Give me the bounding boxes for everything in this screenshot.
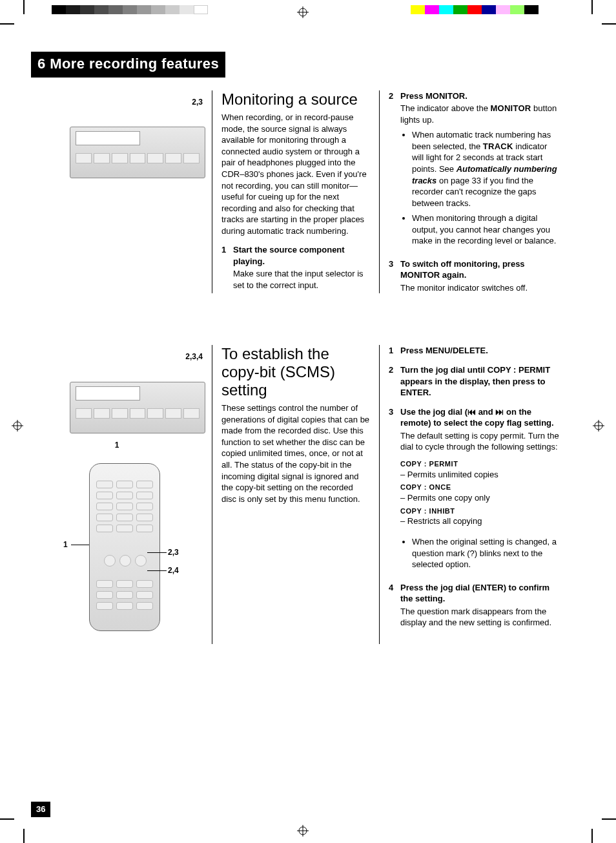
page-content: 6 More recording features 2,3 Monitoring…: [31, 52, 585, 644]
registration-mark-icon: [593, 420, 604, 432]
bullet-item: When automatic track numbering has been …: [412, 129, 560, 209]
step-body: Make sure that the input selector is set…: [233, 268, 370, 291]
remote-callout-right: 2,4: [168, 565, 179, 576]
registration-mark-icon: [297, 6, 309, 18]
step-number: 3: [389, 406, 400, 574]
step-body: The question mark disappears from the di…: [400, 606, 560, 629]
step-number: 1: [389, 345, 400, 357]
copy-option-desc: – Permits unlimited copies: [400, 469, 560, 481]
bullet-item: When the original setting is changed, a …: [412, 536, 560, 570]
figure-callout: 2,3: [31, 97, 203, 107]
copy-option-desc: – Restricts all copying: [400, 515, 560, 527]
crop-mark: [602, 23, 616, 25]
copy-option-desc: – Permits one copy only: [400, 492, 560, 504]
crop-mark: [23, 829, 25, 843]
step-lead: Start the source component playing.: [233, 244, 370, 267]
registration-mark-icon: [297, 825, 309, 837]
step-lead: To switch off monitoring, press MONITOR …: [400, 258, 560, 281]
step-number: 3: [389, 258, 400, 294]
topic-heading: To establish the copy-bit (SCMS) setting: [221, 345, 370, 399]
crop-mark: [0, 23, 14, 25]
step-number: 2: [389, 364, 400, 399]
registration-mark-icon: [12, 420, 23, 432]
grayscale-calibration-strip: [52, 5, 208, 14]
step-lead: Press MENU/DELETE.: [400, 345, 560, 357]
step-number: 4: [389, 582, 400, 629]
device-figure-top: [31, 107, 203, 198]
page-number: 36: [31, 802, 50, 817]
cd-recorder-illustration: [70, 127, 205, 178]
step-lead: Turn the jog dial until COPY : PERMIT ap…: [400, 364, 560, 399]
step-body: The indicator above the MONITOR button l…: [400, 103, 560, 125]
copy-option-label: COPY : PERMIT: [400, 459, 560, 469]
figure-callout: 1: [31, 440, 203, 450]
step-number: 2: [389, 90, 400, 251]
step-body: The default setting is copy permit. Turn…: [400, 430, 560, 453]
step-body: The monitor indicator switches off.: [400, 282, 560, 294]
remote-control-illustration: [89, 463, 160, 631]
crop-mark: [602, 818, 616, 820]
prev-track-icon: ⏮: [467, 407, 476, 417]
remote-callout-left: 1: [63, 539, 68, 550]
step-lead: Use the jog dial (⏮ and ⏭ on the remote)…: [400, 406, 560, 429]
topic-heading: Monitoring a source: [221, 90, 370, 109]
bullet-item: When monitoring through a digital output…: [412, 213, 560, 247]
crop-mark: [23, 0, 25, 14]
device-figure-bottom: [31, 362, 203, 440]
color-calibration-strip: [411, 5, 539, 14]
remote-callout-right: 2,3: [168, 547, 179, 557]
copy-option-label: COPY : ONCE: [400, 483, 560, 492]
crop-mark: [591, 829, 593, 843]
step-lead: Press MONITOR.: [400, 90, 560, 102]
next-track-icon: ⏭: [495, 407, 504, 417]
remote-control-figure: 1 2,3 2,4: [31, 463, 203, 644]
figure-callout: 2,3,4: [31, 351, 203, 362]
crop-mark: [591, 0, 593, 14]
topic-intro: These settings control the number of gen…: [221, 402, 370, 505]
copy-option-label: COPY : INHIBT: [400, 506, 560, 516]
step-number: 1: [221, 244, 233, 291]
crop-mark: [0, 818, 14, 820]
cd-recorder-illustration: [70, 382, 205, 433]
topic-intro: When recording, or in record-pause mode,…: [221, 112, 370, 236]
step-lead: Press the jog dial (ENTER) to confirm th…: [400, 582, 560, 605]
section-title-tab: 6 More recording features: [31, 52, 225, 78]
